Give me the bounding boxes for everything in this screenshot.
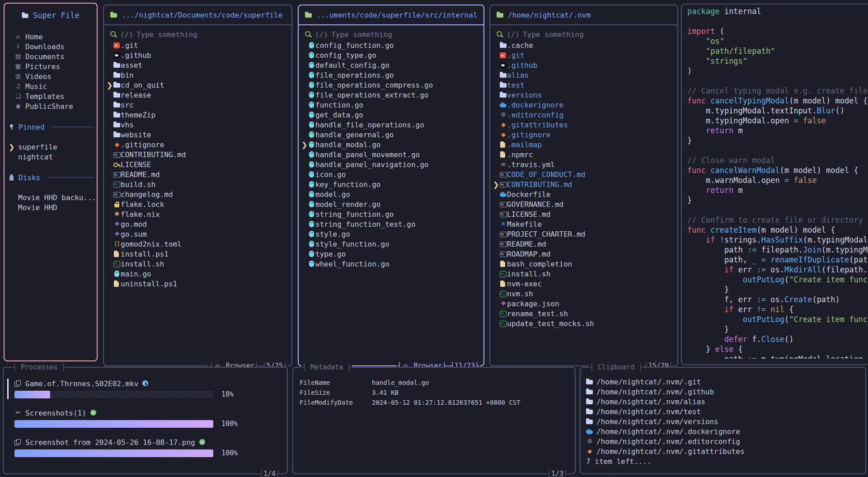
pinned-superfile[interactable]: ❯superfile <box>5 142 97 152</box>
file-row[interactable]: ❯CONTRIBUTING.md <box>490 179 677 189</box>
file-row[interactable]: website <box>104 130 291 140</box>
file-type-icon <box>500 260 507 267</box>
file-row[interactable]: ❖go.mod <box>104 219 291 229</box>
file-row[interactable]: ◆.gitignore <box>490 130 677 140</box>
file-row[interactable]: file_operations_compress.go <box>299 80 483 90</box>
file-row[interactable]: changelog.md <box>104 189 291 199</box>
file-row[interactable]: .git <box>490 50 677 60</box>
sidebar-item-templates[interactable]: ❏Templates <box>5 91 97 101</box>
file-row[interactable]: CONTRIBUTING.md <box>104 150 291 159</box>
file-row[interactable]: nvm-exec <box>490 279 677 289</box>
file-row[interactable]: .npmrc <box>490 150 677 159</box>
file-row[interactable]: model.go <box>299 189 483 199</box>
file-row[interactable]: versions <box>490 90 677 100</box>
file-row[interactable]: vhs <box>104 120 291 130</box>
file-row[interactable]: ❖package.json <box>490 299 677 309</box>
file-row[interactable]: .github <box>490 60 677 70</box>
file-row[interactable]: ✱flake.nix <box>104 209 291 219</box>
file-row[interactable]: []gomod2nix.toml <box>104 239 291 249</box>
file-row[interactable]: string_function.go <box>299 209 483 219</box>
sidebar-item-documents[interactable]: ▤Documents <box>5 51 97 61</box>
file-row[interactable]: src <box>104 100 291 110</box>
file-name: nvm.sh <box>507 290 533 298</box>
file-row[interactable]: bin <box>104 70 291 80</box>
file-name: update_test_mocks.sh <box>507 319 594 328</box>
file-row[interactable]: Dockerfile <box>490 189 677 199</box>
progress-bar-fill <box>14 420 213 428</box>
search-input[interactable]: (/) Type something <box>110 29 289 39</box>
file-row[interactable]: .cache <box>490 40 677 50</box>
file-type-icon <box>500 101 507 108</box>
file-row[interactable]: LICENSE <box>104 159 291 169</box>
sidebar-item-music[interactable]: ♫Music <box>5 81 97 91</box>
file-row[interactable]: rename_test.sh <box>490 309 677 318</box>
file-row[interactable]: test <box>490 80 677 90</box>
file-row[interactable]: type.go <box>299 249 483 259</box>
file-row[interactable]: wheel_function.go <box>299 259 483 269</box>
file-row[interactable]: update_test_mocks.sh <box>490 318 677 328</box>
sidebar-item-videos[interactable]: ▥Videos <box>5 71 97 81</box>
scrollbar[interactable] <box>7 379 9 399</box>
file-row[interactable]: file_operations_extract.go <box>299 90 483 100</box>
file-row[interactable]: ❯handle_modal.go <box>299 140 483 150</box>
file-row[interactable]: README.md <box>104 169 291 179</box>
disk-movie-hhd-backu-[interactable]: Movie HHD backu... <box>5 192 97 202</box>
search-input[interactable]: (/) Type something <box>496 29 675 39</box>
file-row[interactable]: ◆.gitattributes <box>490 120 677 130</box>
file-row[interactable]: install.sh <box>104 259 291 269</box>
file-row[interactable]: ◆.gitignore <box>104 140 291 150</box>
file-row[interactable]: config_function.go <box>299 40 483 50</box>
file-row[interactable]: LICENSE.md <box>490 209 677 219</box>
pinned-nightcat[interactable]: nightcat <box>5 152 97 162</box>
file-row[interactable]: default_config.go <box>299 60 483 70</box>
file-name: .git <box>121 41 138 50</box>
file-row[interactable]: key_function.go <box>299 179 483 189</box>
file-row[interactable]: alias <box>490 70 677 80</box>
file-row[interactable]: style.go <box>299 229 483 239</box>
file-row[interactable]: handle_genernal.go <box>299 130 483 140</box>
file-row[interactable]: CODE_OF_CONDUCT.md <box>490 169 677 179</box>
sidebar-item-publicshare[interactable]: ◉PublicShare <box>5 101 97 111</box>
file-row[interactable]: build.sh <box>104 179 291 189</box>
file-row[interactable]: main.go <box>104 269 291 279</box>
file-row[interactable]: .git <box>104 40 291 50</box>
disk-movie-hhd[interactable]: Movie HHD <box>5 202 97 212</box>
file-row[interactable]: style_function.go <box>299 239 483 249</box>
sidebar-item-label: Home <box>25 33 43 41</box>
file-row[interactable]: uninstall.ps1 <box>104 279 291 289</box>
sidebar-item-pictures[interactable]: ▦Pictures <box>5 61 97 71</box>
file-row[interactable]: .mailmap <box>490 140 677 150</box>
sidebar-item-downloads[interactable]: ⇩Downloads <box>5 42 97 51</box>
file-row[interactable]: asset <box>104 60 291 70</box>
file-row[interactable]: string_function_test.go <box>299 219 483 229</box>
sidebar-item-home[interactable]: ⌂Home <box>5 32 97 42</box>
file-row[interactable]: ❯cd_on_quit <box>104 80 291 90</box>
file-row[interactable]: config_type.go <box>299 50 483 60</box>
file-row[interactable]: .github <box>104 50 291 60</box>
file-row[interactable]: ❖go.sum <box>104 229 291 239</box>
file-row[interactable]: README.md <box>490 239 677 249</box>
file-row[interactable]: themeZip <box>104 110 291 120</box>
search-input[interactable]: (/) Type something <box>305 29 481 39</box>
file-row[interactable]: .dockerignore <box>490 100 677 110</box>
file-row[interactable]: release <box>104 90 291 100</box>
file-row[interactable]: ROADMAP.md <box>490 249 677 259</box>
file-row[interactable]: PROJECT_CHARTER.md <box>490 229 677 239</box>
file-row[interactable]: get_data.go <box>299 110 483 120</box>
file-row[interactable]: ✕Makefile <box>490 219 677 229</box>
file-row[interactable]: handle_panel_navigation.go <box>299 159 483 169</box>
file-row[interactable]: bash_completion <box>490 259 677 269</box>
file-row[interactable]: nvm.sh <box>490 289 677 299</box>
file-row[interactable]: handle_panel_movement.go <box>299 150 483 159</box>
file-row[interactable]: ≡.travis.yml <box>490 159 677 169</box>
file-row[interactable]: install.ps1 <box>104 249 291 259</box>
file-row[interactable]: ⚙.editorconfig <box>490 110 677 120</box>
file-row[interactable]: file_operations.go <box>299 70 483 80</box>
file-row[interactable]: icon.go <box>299 169 483 179</box>
file-row[interactable]: function.go <box>299 100 483 110</box>
file-row[interactable]: install.sh <box>490 269 677 279</box>
file-row[interactable]: GOVERNANCE.md <box>490 199 677 209</box>
file-row[interactable]: handle_file_operations.go <box>299 120 483 130</box>
file-row[interactable]: model_render.go <box>299 199 483 209</box>
file-row[interactable]: flake.lock <box>104 199 291 209</box>
